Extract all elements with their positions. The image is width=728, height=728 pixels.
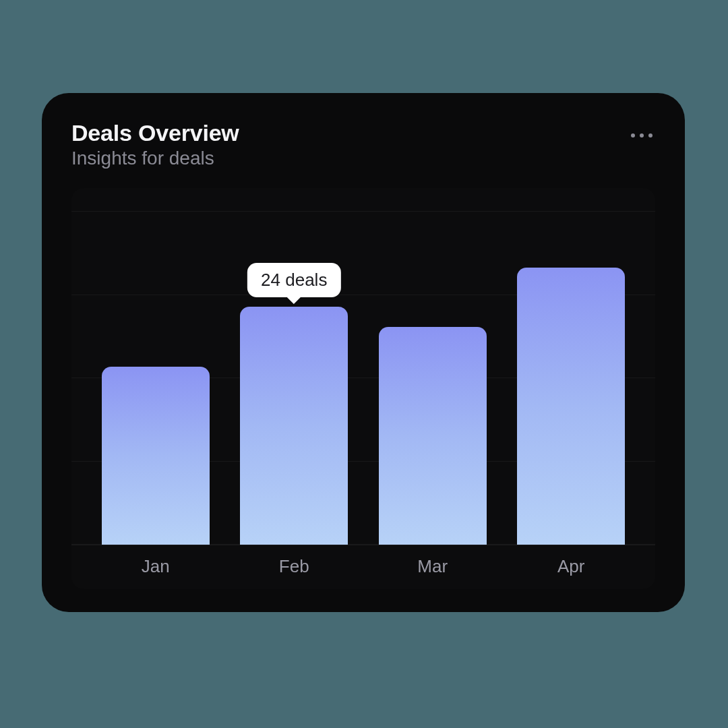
more-options-button[interactable] (631, 120, 655, 138)
chart-container: 24 deals JanFebMarApr (71, 188, 655, 589)
ellipsis-dot-icon (640, 133, 644, 138)
card-title: Deals Overview (71, 120, 239, 146)
deals-overview-card: Deals Overview Insights for deals 24 dea… (42, 93, 685, 612)
chart-plot-area: 24 deals (71, 188, 655, 545)
chart-x-axis: JanFebMarApr (71, 545, 655, 589)
chart-bar[interactable]: 24 deals (240, 307, 348, 545)
chart-bars: 24 deals (71, 188, 655, 545)
chart-bar-column (502, 188, 641, 545)
chart-x-label: Mar (363, 556, 502, 577)
chart-bar-column (363, 188, 502, 545)
chart-bar-column: 24 deals (225, 188, 364, 545)
chart-x-label: Feb (225, 556, 364, 577)
ellipsis-dot-icon (631, 133, 635, 138)
chart-bar-column (86, 188, 225, 545)
chart-tooltip: 24 deals (247, 263, 340, 297)
chart-bar[interactable] (517, 268, 625, 545)
chart-x-label: Apr (502, 556, 641, 577)
ellipsis-dot-icon (648, 133, 653, 138)
chart-bar[interactable] (379, 327, 487, 545)
chart-bar[interactable] (102, 367, 210, 545)
card-subtitle: Insights for deals (71, 148, 239, 169)
card-header: Deals Overview Insights for deals (71, 120, 655, 169)
title-block: Deals Overview Insights for deals (71, 120, 239, 169)
chart-x-label: Jan (86, 556, 225, 577)
